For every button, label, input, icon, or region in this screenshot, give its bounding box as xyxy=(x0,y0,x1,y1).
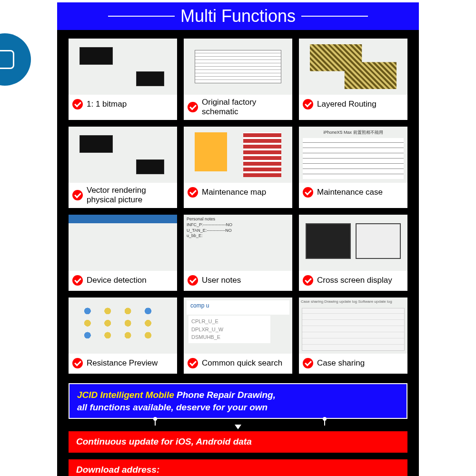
feature-caption: Common quick search xyxy=(184,354,292,374)
check-icon xyxy=(72,275,83,286)
brand-watermark: PHONEFIX xyxy=(0,33,40,95)
feature-caption: 1: 1 bitmap xyxy=(69,95,177,115)
brand-watermark-label: PHONEFIX xyxy=(0,88,31,96)
connector-arrows xyxy=(69,419,407,428)
feature-card: Layered Routing xyxy=(299,39,407,120)
feature-thumbnail xyxy=(69,127,177,183)
check-icon xyxy=(188,187,198,198)
feature-card: User notes xyxy=(184,215,292,291)
feature-caption: Case sharing xyxy=(299,354,407,374)
feature-card: Cross screen display xyxy=(299,215,407,291)
feature-label: Resistance Preview xyxy=(87,358,158,368)
feature-grid: 1: 1 bitmapOriginal factory schematicLay… xyxy=(57,30,419,380)
feature-label: Common quick search xyxy=(202,358,282,368)
feature-thumbnail xyxy=(184,298,292,354)
feature-thumbnail xyxy=(299,127,407,183)
feature-card: Maintenance case xyxy=(299,127,407,208)
feature-card: Maintenance map xyxy=(184,127,292,208)
feature-caption: Layered Routing xyxy=(299,95,407,115)
blue-callout-rest: Phone Repair Drawing, xyxy=(174,390,276,400)
feature-thumbnail xyxy=(184,39,292,95)
header-band: Multi Functions xyxy=(57,2,419,30)
check-icon xyxy=(72,358,83,368)
feature-card: Device detection xyxy=(69,215,177,291)
feature-label: Vector rendering physical picture xyxy=(87,186,173,204)
feature-label: Cross screen display xyxy=(317,276,392,285)
check-icon xyxy=(72,99,83,109)
feature-label: Layered Routing xyxy=(317,99,377,109)
poster-page: Multi Functions 1: 1 bitmapOriginal fact… xyxy=(57,2,419,476)
feature-label: Original factory schematic xyxy=(202,98,288,116)
feature-caption: Original factory schematic xyxy=(184,95,292,120)
feature-card: 1: 1 bitmap xyxy=(69,39,177,120)
feature-label: 1: 1 bitmap xyxy=(87,99,127,109)
feature-caption: Maintenance case xyxy=(299,183,407,203)
feature-card: Original factory schematic xyxy=(184,39,292,120)
header-rule-right xyxy=(301,16,368,17)
feature-thumbnail xyxy=(299,39,407,95)
check-icon xyxy=(188,275,198,286)
feature-label: Maintenance case xyxy=(317,188,383,197)
phone-tool-icon xyxy=(0,50,14,69)
feature-thumbnail xyxy=(184,127,292,183)
feature-caption: User notes xyxy=(184,271,292,291)
feature-thumbnail xyxy=(299,215,407,271)
check-icon xyxy=(303,358,313,368)
feature-card: Case sharing xyxy=(299,298,407,374)
feature-caption: Device detection xyxy=(69,271,177,291)
red-callout-update: Continuous update for iOS, Android data xyxy=(69,431,407,453)
feature-label: Case sharing xyxy=(317,358,365,368)
feature-thumbnail xyxy=(184,215,292,271)
feature-caption: Resistance Preview xyxy=(69,354,177,374)
feature-label: Maintenance map xyxy=(202,188,266,197)
feature-card: Resistance Preview xyxy=(69,298,177,374)
feature-thumbnail xyxy=(69,298,177,354)
check-icon xyxy=(72,190,83,200)
check-icon xyxy=(303,99,313,109)
check-icon xyxy=(188,358,198,368)
check-icon xyxy=(188,102,198,112)
feature-thumbnail xyxy=(69,215,177,271)
feature-label: Device detection xyxy=(87,276,147,285)
feature-label: User notes xyxy=(202,276,241,285)
feature-caption: Vector rendering physical picture xyxy=(69,183,177,208)
red-callout-download: Download address: https://www.jcprogramm… xyxy=(69,459,407,476)
check-icon xyxy=(303,275,313,286)
blue-callout: JCID Intelligent Mobile Phone Repair Dra… xyxy=(69,383,407,419)
header-rule-left xyxy=(108,16,175,17)
feature-caption: Maintenance map xyxy=(184,183,292,203)
feature-thumbnail xyxy=(299,298,407,354)
download-label: Download address: xyxy=(76,465,159,475)
feature-card: Common quick search xyxy=(184,298,292,374)
blue-callout-highlight: JCID Intelligent Mobile xyxy=(77,390,174,400)
feature-caption: Cross screen display xyxy=(299,271,407,291)
blue-callout-line2: all functions available, deserve for you… xyxy=(77,402,268,412)
feature-card: Vector rendering physical picture xyxy=(69,127,177,208)
check-icon xyxy=(303,187,313,198)
feature-thumbnail xyxy=(69,39,177,95)
header-title: Multi Functions xyxy=(180,6,296,26)
